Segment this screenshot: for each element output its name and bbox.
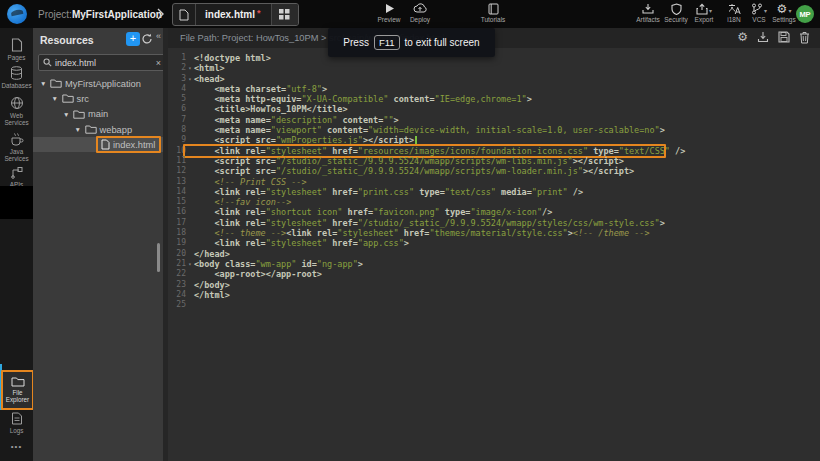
tree-node-label: MyFirstApplication xyxy=(65,79,141,89)
log-file-icon xyxy=(11,412,23,425)
code-line[interactable]: 12 <script src="/studio/_static_/9.9.9.5… xyxy=(168,166,820,176)
code-line[interactable]: 10 <link rel="stylesheet" href="resource… xyxy=(168,146,820,156)
code-line[interactable]: 25 xyxy=(168,300,820,310)
code-line[interactable]: 14 <link rel="stylesheet" href="print.cs… xyxy=(168,187,820,197)
resources-scrollbar[interactable] xyxy=(157,243,160,272)
tab-grid-icon[interactable] xyxy=(271,4,298,25)
resources-panel: Resources + × ▼MyFirstApplication▼src▼ma… xyxy=(33,28,163,461)
sidebar-item-logs[interactable]: Logs xyxy=(0,412,33,434)
tree-node-label: src xyxy=(77,94,89,104)
translate-icon xyxy=(728,2,741,15)
line-number: 20 xyxy=(168,249,186,259)
tree-expand-caret-icon[interactable]: ▼ xyxy=(75,126,82,133)
preview-label: Preview xyxy=(377,16,400,23)
line-number: 1 xyxy=(168,53,186,63)
search-icon xyxy=(43,58,52,67)
code-line[interactable]: 11 <script src="/studio/_static_/9.9.9.5… xyxy=(168,156,820,166)
gear-icon: ⚙▾ xyxy=(777,2,792,15)
code-line[interactable]: 19 <link rel="stylesheet" href="app.css"… xyxy=(168,238,820,248)
f11-keycap: F11 xyxy=(374,35,400,50)
code-line[interactable]: 2▾<html> xyxy=(168,63,820,73)
wavemaker-logo[interactable] xyxy=(7,4,27,24)
line-number: 10 xyxy=(168,146,186,156)
code-line[interactable]: 18 <!-- theme --><link rel="stylesheet" … xyxy=(168,228,820,238)
sidebar-item-java-services[interactable]: Java Services xyxy=(0,132,33,162)
security-label: Security xyxy=(664,16,687,23)
editor-download-icon[interactable] xyxy=(757,30,769,44)
fold-marker-icon[interactable]: ▾ xyxy=(186,74,194,84)
code-line[interactable]: 8 <meta name="viewport" content="width=d… xyxy=(168,125,820,135)
line-number: 15 xyxy=(168,197,186,207)
deploy-button[interactable]: Deploy xyxy=(402,2,438,23)
user-avatar[interactable]: MP xyxy=(796,5,814,23)
settings-label: Settings xyxy=(772,16,796,23)
line-number: 24 xyxy=(168,290,186,300)
code-line[interactable]: 7 <meta name="description" content=""> xyxy=(168,115,820,125)
api-nodes-icon xyxy=(10,166,23,179)
code-line[interactable]: 4 <meta charset="utf-8"> xyxy=(168,84,820,94)
tree-node-myfirstapplication[interactable]: ▼MyFirstApplication xyxy=(33,76,163,91)
vcs-label: VCS xyxy=(752,16,765,23)
tree-node-main[interactable]: ▼main xyxy=(33,107,163,122)
git-branch-icon: ▾ xyxy=(751,2,767,15)
save-icon[interactable] xyxy=(778,30,790,44)
editor-settings-gear-icon[interactable]: ⚙ xyxy=(737,30,748,44)
search-input[interactable] xyxy=(55,58,153,68)
tutorials-button[interactable]: Tutorials xyxy=(475,2,511,23)
clear-search-icon[interactable]: × xyxy=(156,58,161,68)
code-line[interactable]: 15 <!--fav icon--> xyxy=(168,197,820,207)
sidebar-spacer xyxy=(0,186,33,219)
cloud-upload-icon xyxy=(413,2,427,15)
sidebar-item-apis[interactable]: APIs xyxy=(0,166,33,188)
code-line[interactable]: 23</body> xyxy=(168,280,820,290)
code-line[interactable]: 5 <meta http-equiv="X-UA-Compatible" con… xyxy=(168,94,820,104)
resources-file-tree: ▼MyFirstApplication▼src▼main▼webappindex… xyxy=(33,76,163,152)
fold-marker-icon[interactable]: ▾ xyxy=(186,259,194,269)
trash-icon[interactable] xyxy=(799,30,810,44)
code-line[interactable]: 17 <link rel="stylesheet" href="/studio/… xyxy=(168,218,820,228)
code-line[interactable]: 24</html> xyxy=(168,290,820,300)
code-line[interactable]: 6 <title>HowTos_10PM</title> xyxy=(168,104,820,114)
code-content[interactable]: 1<!doctype html>2▾<html>3▾<head>4 <meta … xyxy=(168,48,820,310)
sidebar-item-databases[interactable]: Databases xyxy=(0,66,33,89)
i18n-label: i18N xyxy=(727,16,740,23)
sidebar-item-web-services[interactable]: Web Services xyxy=(0,96,33,126)
refresh-icon[interactable] xyxy=(141,33,153,45)
collapse-panel-icon[interactable]: « xyxy=(156,31,161,41)
chevron-right-icon xyxy=(156,7,165,21)
download-tray-icon xyxy=(642,2,654,15)
line-number: 4 xyxy=(168,84,186,94)
tree-expand-caret-icon[interactable]: ▼ xyxy=(52,95,59,102)
sidebar-item-label: Java Services xyxy=(1,148,32,162)
code-line[interactable]: 3▾<head> xyxy=(168,74,820,84)
code-line[interactable]: 20</head> xyxy=(168,249,820,259)
tab-label: index.html * xyxy=(196,4,271,25)
tab-file-name: index.html xyxy=(205,9,255,20)
line-number: 2 xyxy=(168,63,186,73)
tree-expand-caret-icon[interactable]: ▼ xyxy=(63,111,70,118)
project-label: Project: xyxy=(38,9,72,20)
code-line[interactable]: 22 <app-root></app-root> xyxy=(168,269,820,279)
code-line[interactable]: 21▾<body class="wm-app" id="ng-app"> xyxy=(168,259,820,269)
fold-marker-icon[interactable]: ▾ xyxy=(186,63,194,73)
tree-expand-caret-icon[interactable]: ▼ xyxy=(40,80,47,87)
project-breadcrumb: Project: MyFirstApplication xyxy=(38,0,162,28)
line-number: 25 xyxy=(168,300,186,310)
tree-node-webapp[interactable]: ▼webapp xyxy=(33,122,163,137)
tree-node-index-html[interactable]: index.html xyxy=(33,137,163,152)
code-line[interactable]: 13 <!-- Print CSS --> xyxy=(168,177,820,187)
globe-icon xyxy=(10,96,24,110)
sidebar-item-pages[interactable]: Pages xyxy=(0,38,33,61)
line-number: 3 xyxy=(168,74,186,84)
line-number: 22 xyxy=(168,269,186,279)
sidebar-more-button[interactable]: ••• xyxy=(0,442,33,451)
line-number: 17 xyxy=(168,218,186,228)
code-line[interactable]: 16 <link rel="shortcut icon" href="favic… xyxy=(168,207,820,217)
add-resource-button[interactable]: + xyxy=(126,32,140,46)
sidebar-item-file-explorer[interactable]: File Explorer xyxy=(1,370,34,410)
open-file-tab[interactable]: index.html * xyxy=(172,3,299,26)
code-line[interactable]: 9 <script src="wmProperties.js"></script… xyxy=(168,135,820,145)
play-icon xyxy=(384,2,395,15)
folder-icon xyxy=(62,94,74,103)
tree-node-src[interactable]: ▼src xyxy=(33,91,163,106)
